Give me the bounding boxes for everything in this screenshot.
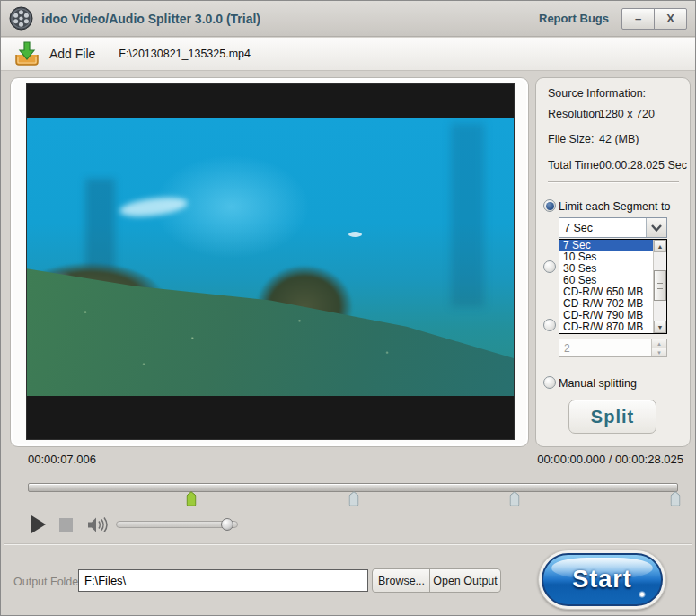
add-file-button[interactable]: Add File (49, 47, 95, 61)
film-reel-icon (9, 6, 33, 31)
browse-button[interactable]: Browse... (372, 568, 431, 593)
volume-thumb[interactable] (221, 518, 233, 531)
loaded-file-path: F:\20130821_135325.mp4 (119, 48, 251, 60)
window-controls: – X (621, 8, 687, 30)
bottom-separator (4, 543, 692, 544)
position-duration-label: 00:00:00.000 / 00:00:28.025 (537, 453, 683, 466)
video-still-underwater (27, 118, 514, 396)
total-time-label: Total Time: (548, 159, 602, 172)
report-bugs-link[interactable]: Report Bugs (539, 12, 609, 25)
split-button[interactable]: Split (568, 400, 656, 434)
window-title: idoo Video/Audio Splitter 3.0.0 (Trial) (41, 12, 539, 26)
start-button-label: Start (572, 566, 632, 594)
close-button[interactable]: X (654, 8, 687, 30)
manual-splitting-radio[interactable] (543, 376, 556, 389)
combobox-value: 7 Sec (559, 222, 646, 234)
combobox-dropdown-button[interactable] (646, 218, 666, 237)
file-size-value: 42 (MB) (599, 133, 639, 145)
resolution-row: Resolution: 1280 x 720 (548, 108, 604, 120)
dropdown-option[interactable]: CD-R/W 870 MB (559, 321, 666, 333)
resolution-label: Resolution: (548, 108, 604, 120)
toolbar: Add File F:\20130821_135325.mp4 (1, 38, 695, 71)
limit-segment-radio[interactable] (543, 199, 556, 212)
video-preview-panel (10, 77, 529, 447)
scene-shadow-right (451, 123, 485, 307)
limit-segment-label: Limit each Segment to (559, 200, 670, 213)
segment-count-value: 2 (559, 339, 651, 356)
source-info-heading: Source Information: (548, 87, 646, 100)
scroll-down-button[interactable]: ▼ (654, 321, 666, 333)
video-frame[interactable] (26, 83, 515, 440)
transport-controls (31, 515, 238, 534)
stop-button[interactable] (59, 518, 73, 532)
current-time-label: 00:00:07.006 (28, 453, 96, 466)
total-time-row: Total Time: 00:00:28.025 Sec (548, 159, 602, 172)
resolution-value: 1280 x 720 (599, 108, 655, 120)
dropdown-scrollbar: ▲ ▼ (653, 240, 666, 333)
segment-length-combobox[interactable]: 7 Sec (559, 217, 667, 238)
spin-up-button[interactable]: ▲ (652, 339, 666, 348)
scene-shadow-left (85, 179, 115, 273)
start-button-face: Start (542, 553, 663, 606)
scrollbar-thumb[interactable] (654, 270, 666, 301)
scene-fish (348, 232, 362, 237)
split-option-radio-2[interactable] (543, 260, 556, 273)
segment-marker[interactable] (186, 491, 196, 506)
total-time-value: 00:00:28.025 Sec (599, 159, 687, 172)
scene-light-streak (119, 194, 189, 219)
minimize-button[interactable]: – (621, 8, 655, 30)
app-window: idoo Video/Audio Splitter 3.0.0 (Trial) … (0, 0, 696, 616)
segment-markers (28, 491, 678, 506)
file-size-row: File Size: 42 (MB) (548, 133, 594, 145)
play-button[interactable] (31, 515, 46, 533)
separator-line (548, 181, 679, 182)
scrollbar-track[interactable] (654, 252, 666, 321)
open-output-button[interactable]: Open Output (429, 568, 501, 593)
scroll-up-button[interactable]: ▲ (654, 240, 666, 252)
file-size-label: File Size: (548, 133, 594, 145)
settings-panel: Source Information: Resolution: 1280 x 7… (535, 77, 691, 447)
manual-splitting-label: Manual splitting (559, 377, 637, 390)
output-folder-label: Output Folder: (13, 576, 85, 588)
segment-marker[interactable] (348, 491, 358, 506)
title-bar: idoo Video/Audio Splitter 3.0.0 (Trial) … (1, 1, 695, 37)
segment-marker[interactable] (510, 491, 520, 506)
segment-count-spinner[interactable]: 2 ▲ ▼ (559, 339, 667, 357)
speaker-icon[interactable] (88, 517, 108, 532)
volume-slider[interactable] (116, 521, 238, 528)
add-file-icon[interactable] (13, 41, 40, 66)
segment-length-dropdown-list: 7 Sec 10 Ses 30 Ses 60 Ses CD-R/W 650 MB… (559, 239, 667, 334)
chevron-down-icon (651, 224, 662, 232)
start-button[interactable]: Start (538, 550, 666, 610)
output-folder-input[interactable] (78, 569, 368, 592)
split-option-radio-3[interactable] (543, 319, 556, 331)
segment-marker[interactable] (671, 491, 681, 506)
spin-down-button[interactable]: ▼ (652, 348, 666, 356)
spinner-buttons: ▲ ▼ (651, 339, 666, 356)
